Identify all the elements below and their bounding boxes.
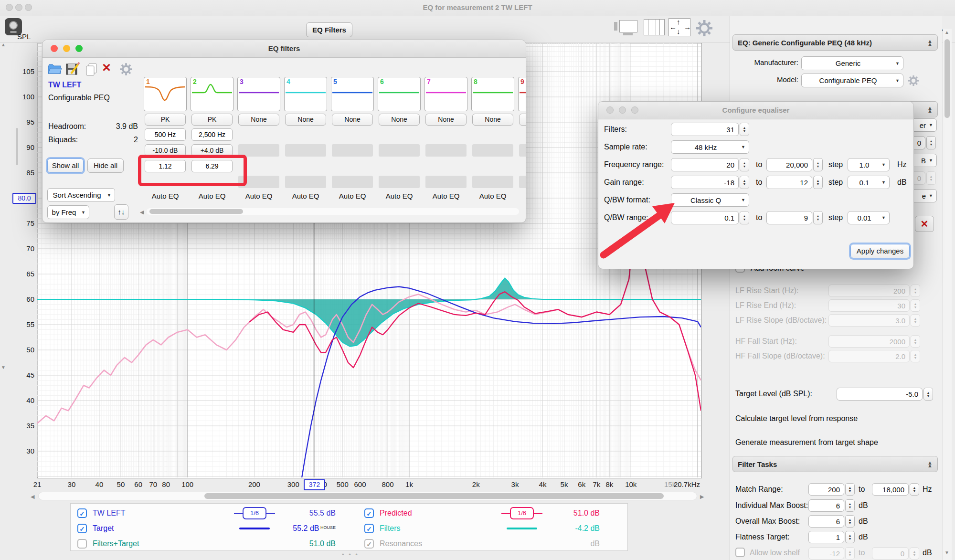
filters-h-scrollbar[interactable] [147,208,519,215]
room-curve-row-stepper[interactable]: ▲▼ [911,335,920,348]
apply-changes-button[interactable]: Apply changes [850,244,910,258]
legend-checkbox-predicted[interactable]: ✓ [364,508,374,518]
model-select[interactable]: Configurable PEQ▼ [801,74,903,87]
filter-9-auto-eq-button[interactable]: Auto EQ [516,192,526,200]
panel-scroll-up-arrow[interactable]: ▲ [944,30,949,35]
legend-checkbox-filters-target[interactable]: ✓ [77,539,87,549]
room-curve-row-field[interactable]: 2.0 [828,350,910,362]
filter-8-auto-eq-button[interactable]: Auto EQ [469,192,516,200]
dialog-close-button[interactable] [606,106,614,114]
chart-scroll-left-arrow[interactable]: ◀ [31,494,34,500]
filter-2-type-button[interactable]: PK [191,114,233,126]
low-shelf-from-field[interactable]: -12 [808,547,844,560]
gain-to-stepper[interactable]: ▲▼ [813,176,823,189]
allow-low-shelf-checkbox[interactable]: ✓ [735,548,745,557]
filter-1-frequency-field[interactable]: 500 Hz [145,128,186,141]
low-shelf-to-stepper[interactable]: ▲▼ [910,547,919,560]
chart-scroll-right-arrow[interactable]: ▶ [700,494,704,500]
filters-h-scrollbar-thumb[interactable] [149,209,243,214]
window-zoom-button[interactable] [25,4,32,11]
partial-stepper[interactable]: ▲▼ [926,136,936,149]
freq-from-stepper[interactable]: ▲▼ [740,158,749,171]
filter-3-type-button[interactable]: None [238,114,279,126]
filters-count-field[interactable]: 31 [671,123,739,136]
window-minimize-button[interactable] [15,4,22,11]
sort-key-select[interactable]: by Freq▼ [47,205,89,219]
filter-4-thumbnail[interactable]: 4 [284,77,327,111]
gain-step-select[interactable]: 0.1▼ [848,176,890,189]
room-curve-row-field[interactable]: 200 [828,285,910,297]
q-from-stepper[interactable]: ▲▼ [740,211,749,224]
filter-1-auto-eq-button[interactable]: Auto EQ [142,192,189,200]
filter-tasks-header[interactable]: Filter Tasks ▲▲ [732,456,938,472]
panel-v-scrollbar-thumb[interactable] [944,39,950,118]
room-curve-row-stepper[interactable]: ▲▼ [911,285,920,297]
room-curve-row-field[interactable]: 2000 [828,335,910,348]
q-to-stepper[interactable]: ▲▼ [813,211,823,224]
task-row-stepper[interactable]: ▲▼ [845,531,855,543]
legend-checkbox-tw-left[interactable]: ✓ [77,508,87,518]
filter-7-type-button[interactable]: None [425,114,467,126]
filter-1-type-button[interactable]: PK [145,114,186,126]
filter-3-auto-eq-button[interactable]: Auto EQ [235,192,282,200]
left-axis-scrollbar-thumb[interactable] [16,128,18,165]
filter-3-thumbnail[interactable]: 3 [237,77,280,111]
filters-scroll-left-arrow[interactable]: ◀ [140,209,144,215]
collapse-chevron-icon[interactable]: ▲▲ [927,461,933,467]
room-curve-row-stepper[interactable]: ▲▼ [911,350,920,362]
q-to-field[interactable]: 9 [766,211,812,224]
filter-9-type-button[interactable]: None [519,114,526,126]
open-folder-icon[interactable] [47,63,62,75]
low-shelf-from-stepper[interactable]: ▲▼ [845,547,855,560]
filter-6-auto-eq-button[interactable]: Auto EQ [376,192,423,200]
filter-1-q-field[interactable]: 1.12 [145,160,186,172]
dialog-minimize-button[interactable] [619,106,626,114]
room-curve-row-stepper[interactable]: ▲▼ [911,314,920,327]
sort-order-select[interactable]: Sort Ascending▼ [47,188,115,202]
filter-8-type-button[interactable]: None [472,114,513,126]
match-range-from-field[interactable]: 200 [808,483,844,496]
gain-to-field[interactable]: 12 [766,176,812,189]
sort-direction-button[interactable]: ↑↓ [114,204,128,220]
partial-stepper[interactable]: ▲▼ [926,171,936,185]
chart-h-scrollbar-thumb[interactable] [204,493,664,499]
filter-5-type-button[interactable]: None [332,114,373,126]
measurement-panel-icon[interactable] [614,20,640,35]
pan-arrows-icon[interactable]: ↑ ← → ↓ [668,18,690,36]
filter-1-gain-button[interactable]: -10.0 dB [145,144,186,157]
window-resize-grip[interactable]: • • • [342,551,359,558]
target-level-field[interactable]: -5.0 [837,388,923,401]
task-row-field[interactable]: 6 [808,499,844,512]
q-from-field[interactable]: 0.1 [671,211,739,224]
filter-6-thumbnail[interactable]: 6 [378,77,421,111]
legend-checkbox-resonances[interactable]: ✓ [364,539,374,549]
dialog-close-button[interactable] [51,45,58,52]
manufacturer-select[interactable]: Generic▼ [801,56,903,70]
config-dialog-titlebar[interactable]: Configure equaliser [598,102,913,119]
filter-settings-gear-icon[interactable] [119,62,133,76]
match-range-to-stepper[interactable]: ▲▼ [910,483,919,496]
filter-6-type-button[interactable]: None [379,114,420,126]
filters-count-stepper[interactable]: ▲▼ [740,123,749,136]
filter-2-q-field[interactable]: 6.29 [191,160,233,172]
filter-7-auto-eq-button[interactable]: Auto EQ [423,192,469,200]
hide-all-button[interactable]: Hide all [87,158,124,173]
low-shelf-to-field[interactable]: 0 [872,547,909,560]
left-axis-scroll-down-arrow[interactable]: ▼ [1,365,6,370]
filter-8-thumbnail[interactable]: 8 [471,77,514,111]
task-row-stepper[interactable]: ▲▼ [845,515,855,528]
columns-layout-icon[interactable] [644,19,665,35]
panel-v-scrollbar[interactable]: ▲ ▼ [943,29,952,560]
filter-5-thumbnail[interactable]: 5 [331,77,374,111]
freq-to-field[interactable]: 20,000 [766,158,812,171]
gear-icon[interactable] [695,19,714,37]
save-icon[interactable] [65,62,80,76]
freq-from-field[interactable]: 20 [671,158,739,171]
freq-step-select[interactable]: 1.0▼ [848,158,890,171]
panel-scroll-down-arrow[interactable]: ▼ [944,550,949,555]
filter-2-gain-button[interactable]: +4.0 dB [191,144,233,157]
window-close-button[interactable] [6,4,13,11]
eq-filters-toolbar-button[interactable]: EQ Filters [306,22,352,37]
task-row-field[interactable]: 6 [808,515,844,528]
delete-filters-icon[interactable]: ✕ [102,61,111,74]
